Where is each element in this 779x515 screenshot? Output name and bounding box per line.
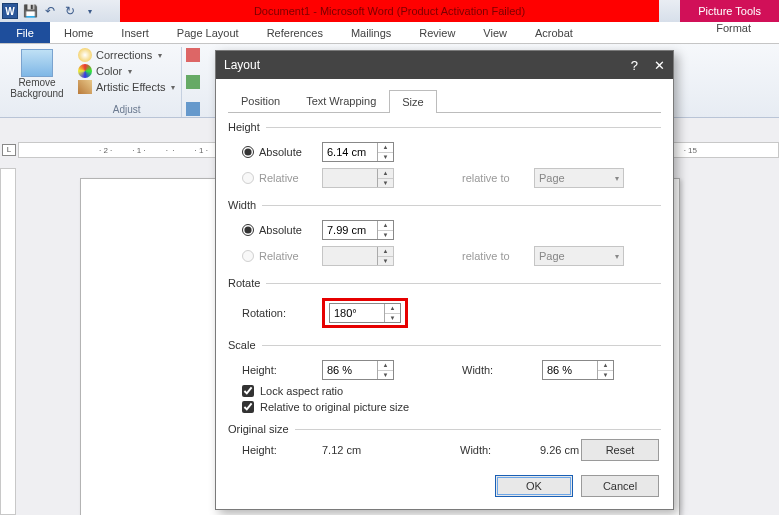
scale-width-spinner[interactable]: ▲▼ [542,360,614,380]
reset-picture-icon[interactable] [186,102,200,116]
scale-height-input[interactable] [323,361,377,379]
relative-to-label: relative to [462,172,526,184]
width-relative-radio: Relative [242,250,314,262]
vertical-ruler[interactable] [0,168,16,515]
rotation-label: Rotation: [242,307,314,319]
width-absolute-spinner[interactable]: ▲▼ [322,220,394,240]
absolute-label: Absolute [259,146,302,158]
spin-up-icon[interactable]: ▲ [378,361,393,371]
dialog-titlebar: Layout ? ✕ [216,51,673,79]
scale-legend: Scale [228,339,262,351]
tab-file[interactable]: File [0,22,50,43]
undo-icon[interactable]: ↶ [42,3,58,19]
tab-review[interactable]: Review [405,22,469,43]
scale-section: Scale Height: ▲▼ Width: ▲▼ Lock aspect r… [228,339,661,419]
compress-pictures-icon[interactable] [186,48,200,62]
save-icon[interactable]: 💾 [22,3,38,19]
relative-label: Relative [259,172,299,184]
width-relative-to-combo: Page▾ [534,246,624,266]
ok-button[interactable]: OK [495,475,573,497]
change-picture-icon[interactable] [186,75,200,89]
tab-page-layout[interactable]: Page Layout [163,22,253,43]
spin-up-icon[interactable]: ▲ [378,143,393,153]
picture-tools-contextual-tab: Picture Tools [680,0,779,22]
rotation-spinner[interactable]: ▲▼ [329,303,401,323]
cancel-button[interactable]: Cancel [581,475,659,497]
spin-up-icon[interactable]: ▲ [378,221,393,231]
rotation-input[interactable] [330,304,384,322]
width-absolute-input[interactable] [323,221,377,239]
tab-text-wrapping[interactable]: Text Wrapping [293,89,389,112]
corrections-icon [78,48,92,62]
tab-position[interactable]: Position [228,89,293,112]
artistic-effects-button[interactable]: Artistic Effects▾ [78,79,175,95]
page-option: Page [539,172,565,184]
scale-height-spinner[interactable]: ▲▼ [322,360,394,380]
height-relative-to-combo: Page▾ [534,168,624,188]
tab-references[interactable]: References [253,22,337,43]
dialog-tabs: Position Text Wrapping Size [228,89,661,113]
width-absolute-radio[interactable]: Absolute [242,224,314,236]
height-relative-spinner: ▲▼ [322,168,394,188]
help-icon[interactable]: ? [631,58,638,73]
height-absolute-input[interactable] [323,143,377,161]
corrections-button[interactable]: Corrections▾ [78,47,175,63]
rotation-highlight: ▲▼ [322,298,408,328]
window-title: Document1 - Microsoft Word (Product Acti… [120,0,659,22]
rotate-section: Rotate Rotation: ▲▼ [228,277,661,335]
lock-aspect-label: Lock aspect ratio [260,385,343,397]
qat-dropdown-icon[interactable]: ▾ [82,3,98,19]
height-absolute-spinner[interactable]: ▲▼ [322,142,394,162]
scale-height-label: Height: [242,364,314,376]
page-option: Page [539,250,565,262]
spin-up-icon[interactable]: ▲ [385,304,400,314]
relative-original-checkbox[interactable]: Relative to original picture size [228,399,661,415]
orig-width-label: Width: [460,444,532,456]
chevron-down-icon: ▾ [128,67,132,76]
tab-acrobat[interactable]: Acrobat [521,22,587,43]
chevron-down-icon: ▾ [615,174,619,183]
tab-home[interactable]: Home [50,22,107,43]
chevron-down-icon: ▾ [171,83,175,92]
spin-down-icon[interactable]: ▼ [378,371,393,380]
absolute-label: Absolute [259,224,302,236]
height-legend: Height [228,121,266,133]
scale-width-label: Width: [462,364,534,376]
width-section: Width Absolute ▲▼ Relative ▲▼ relative t… [228,199,661,273]
tab-selector[interactable]: L [2,144,16,156]
title-bar: W 💾 ↶ ↻ ▾ Document1 - Microsoft Word (Pr… [0,0,779,22]
relative-original-label: Relative to original picture size [260,401,409,413]
tab-mailings[interactable]: Mailings [337,22,405,43]
tab-view[interactable]: View [469,22,521,43]
reset-button[interactable]: Reset [581,439,659,461]
redo-icon[interactable]: ↻ [62,3,78,19]
remove-bg-label-2: Background [6,88,68,99]
spin-down-icon[interactable]: ▼ [378,231,393,240]
adjust-group-label: Adjust [78,104,175,117]
color-button[interactable]: Color▾ [78,63,175,79]
dialog-title: Layout [224,58,260,72]
quick-access-toolbar: 💾 ↶ ↻ ▾ [22,3,98,19]
artistic-effects-icon [78,80,92,94]
relative-label: Relative [259,250,299,262]
spin-down-icon[interactable]: ▼ [598,371,613,380]
scale-width-input[interactable] [543,361,597,379]
orig-height-value: 7.12 cm [322,444,402,456]
tab-format[interactable]: Format [702,22,765,34]
width-relative-spinner: ▲▼ [322,246,394,266]
layout-dialog: Layout ? ✕ Position Text Wrapping Size H… [215,50,674,510]
height-absolute-radio[interactable]: Absolute [242,146,314,158]
lock-aspect-checkbox[interactable]: Lock aspect ratio [228,383,661,399]
chevron-down-icon: ▾ [615,252,619,261]
orig-height-label: Height: [242,444,314,456]
spin-down-icon[interactable]: ▼ [385,314,400,323]
color-label: Color [96,65,122,77]
width-legend: Width [228,199,262,211]
tab-size[interactable]: Size [389,90,436,113]
close-icon[interactable]: ✕ [654,58,665,73]
spin-down-icon[interactable]: ▼ [378,153,393,162]
spin-up-icon[interactable]: ▲ [598,361,613,371]
height-section: Height Absolute ▲▼ Relative ▲▼ relative … [228,121,661,195]
tab-insert[interactable]: Insert [107,22,163,43]
remove-background-button[interactable]: Remove Background [6,47,68,99]
